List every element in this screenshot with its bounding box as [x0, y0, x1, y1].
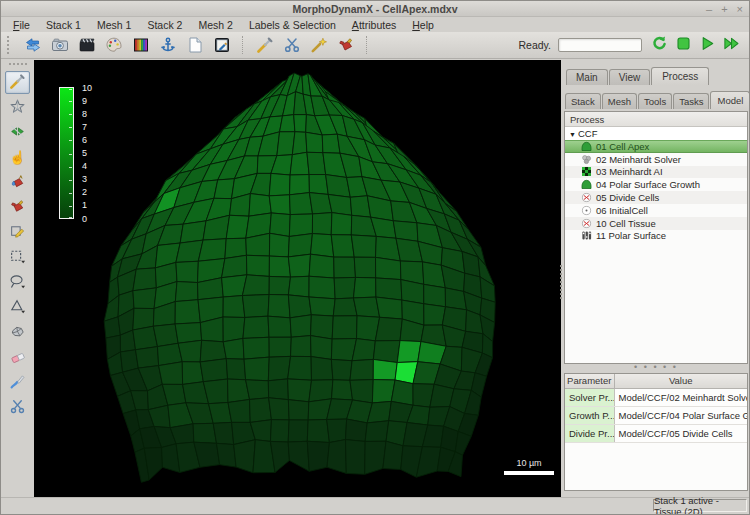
clapperboard-button[interactable] [74, 34, 99, 57]
mesh-cell[interactable] [234, 440, 256, 473]
mesh-cell[interactable] [226, 359, 245, 380]
mesh-cell[interactable] [373, 359, 397, 380]
mesh-cell[interactable] [332, 316, 357, 339]
process-item-02-meinhardt-solver[interactable]: 02 Meinhardt Solver [565, 153, 747, 166]
mesh-cell[interactable] [383, 441, 403, 469]
mesh-cell[interactable] [242, 275, 269, 296]
mesh-cell[interactable] [424, 284, 446, 306]
panel-splitter-handle[interactable] [560, 265, 562, 299]
mesh-cell[interactable] [246, 380, 269, 400]
mesh-cell[interactable] [270, 420, 289, 442]
minimize-button[interactable]: – [706, 4, 712, 14]
rect-select-tool-button[interactable] [5, 246, 30, 269]
mesh-cell[interactable] [214, 179, 234, 199]
mesh-cell[interactable] [346, 419, 368, 441]
mesh-cell[interactable] [333, 298, 357, 316]
mesh-cell[interactable] [159, 362, 183, 385]
mesh-cell[interactable] [280, 115, 295, 132]
mesh-cell[interactable] [133, 288, 156, 309]
subtab-tools[interactable]: Tools [638, 93, 672, 109]
palette-button[interactable] [101, 34, 126, 57]
mesh-cell[interactable] [290, 152, 309, 175]
mesh-cell[interactable] [312, 213, 332, 235]
parameter-name-cell[interactable]: Divide Pr... [565, 424, 614, 442]
mesh-cell[interactable] [223, 338, 244, 359]
mesh-cell[interactable] [249, 194, 271, 217]
mesh-cell[interactable] [375, 317, 402, 341]
mesh-cell[interactable] [376, 297, 402, 319]
mesh-cell[interactable] [288, 356, 312, 380]
paintbrush-tool-button[interactable] [5, 371, 30, 394]
mesh-cell[interactable] [269, 398, 289, 420]
mesh-cell[interactable] [353, 277, 375, 298]
mesh-cell[interactable] [269, 276, 290, 294]
parameter-value-cell[interactable]: Model/CCF/05 Divide Cells [614, 424, 747, 442]
mesh-cell[interactable] [288, 420, 308, 442]
mesh-cell[interactable] [376, 278, 402, 300]
lasso-select-tool-button[interactable] [5, 271, 30, 294]
mesh-cell[interactable] [223, 317, 245, 342]
flip-normals-tool-button[interactable] [5, 121, 30, 144]
mesh-cell[interactable] [346, 440, 366, 475]
mesh-cell[interactable] [331, 213, 351, 235]
process-item-06-initialcell[interactable]: 06 InitialCell [565, 204, 747, 217]
subtab-mesh[interactable]: Mesh [602, 93, 637, 109]
mesh-cell[interactable] [268, 316, 291, 337]
mesh-cell[interactable] [200, 359, 227, 382]
mesh-cell[interactable] [290, 315, 311, 337]
mesh-cell[interactable] [133, 268, 156, 291]
tab-process[interactable]: Process [651, 67, 709, 85]
mesh-cell[interactable] [244, 357, 269, 381]
mesh-cell[interactable] [180, 221, 206, 243]
mesh-cell[interactable] [175, 323, 202, 344]
mesh-cell[interactable] [216, 443, 236, 467]
mesh-cell[interactable] [222, 255, 247, 277]
mesh-cell[interactable] [289, 214, 312, 237]
mesh-cell[interactable] [334, 257, 356, 278]
mesh-cell[interactable] [269, 173, 290, 195]
mesh-cell[interactable] [397, 341, 421, 363]
toolbar-handle[interactable] [9, 63, 27, 68]
mesh-cell[interactable] [200, 340, 226, 362]
scissors-button[interactable] [279, 34, 304, 57]
mesh-cell[interactable] [178, 340, 201, 362]
mesh-cell[interactable] [223, 296, 245, 318]
menu-help[interactable]: Help [404, 18, 442, 32]
mesh-cell[interactable] [350, 380, 373, 403]
mesh-cell[interactable] [246, 255, 269, 276]
mesh-cell[interactable] [353, 297, 379, 317]
fill-can-tool-button[interactable] [5, 196, 30, 219]
mesh-cell[interactable] [288, 254, 310, 277]
mesh-cell[interactable] [193, 423, 216, 443]
mesh-cell[interactable] [350, 359, 373, 380]
subtab-model[interactable]: Model [710, 91, 750, 109]
subtab-tasks[interactable]: Tasks [673, 93, 709, 109]
screwdriver-tool-button[interactable] [5, 71, 30, 94]
mesh-cell[interactable] [294, 115, 307, 133]
mesh-cell[interactable] [327, 440, 346, 474]
screwdriver-button[interactable] [252, 34, 277, 57]
mesh-cell[interactable] [376, 257, 401, 279]
menu-stack-2[interactable]: Stack 2 [139, 18, 190, 32]
parameter-row[interactable]: Solver Pr...Model/CCF/02 Meinhardt Solve… [565, 388, 747, 406]
mesh-cell[interactable] [135, 347, 158, 368]
process-item-04-polar-surface-growth[interactable]: 04 Polar Surface Growth [565, 178, 747, 191]
mesh-cell[interactable] [332, 380, 353, 400]
mesh-cluster-tool-button[interactable] [5, 321, 30, 344]
mesh-cell[interactable] [331, 235, 354, 257]
magic-wand-button[interactable] [306, 34, 331, 57]
menu-mesh-2[interactable]: Mesh 2 [190, 18, 240, 32]
tab-main[interactable]: Main [566, 69, 608, 85]
parameter-value-cell[interactable]: Model/CCF/04 Polar Surface Gro... [614, 406, 747, 424]
label-pen-tool-button[interactable] [5, 221, 30, 244]
mesh-cell[interactable] [269, 195, 290, 215]
mesh-cell[interactable] [354, 257, 375, 278]
anchor-button[interactable] [155, 34, 180, 57]
mesh-cell[interactable] [365, 421, 389, 442]
mesh-cell[interactable] [153, 324, 178, 347]
polygon-select-tool-button[interactable] [5, 296, 30, 319]
menu-stack-1[interactable]: Stack 1 [38, 18, 89, 32]
edit-document-button[interactable] [209, 34, 234, 57]
mesh-cell[interactable] [175, 300, 200, 324]
rerun-button[interactable] [649, 35, 669, 55]
